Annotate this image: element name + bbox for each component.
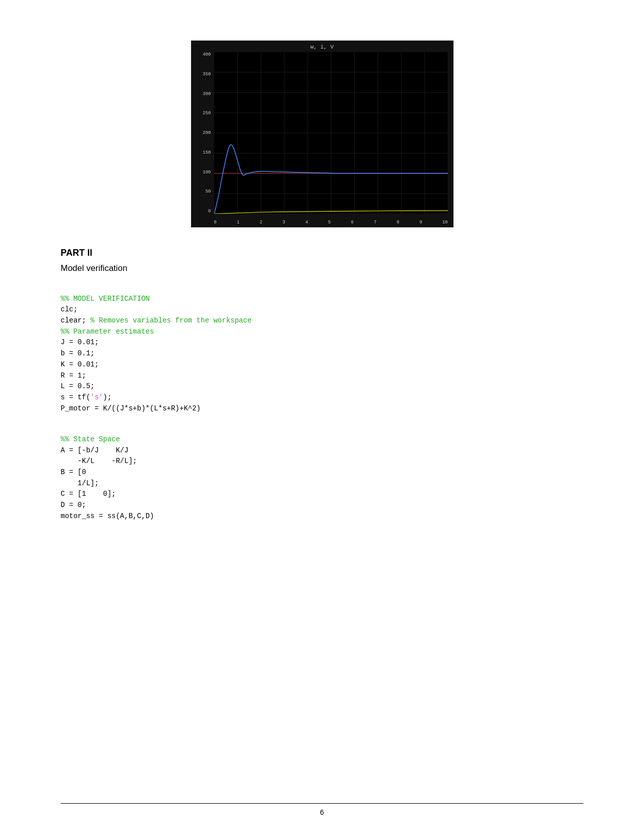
footer-divider — [61, 803, 583, 804]
code-J: J = 0.01; — [61, 338, 99, 346]
x-label-9: 9 — [419, 220, 422, 225]
code-comment-2: %% Parameter estimates — [61, 328, 154, 336]
code-clear-prefix: clear; — [61, 316, 90, 325]
code-section-1: %% MODEL VERIFICATION clc; clear; % Remo… — [61, 294, 583, 414]
x-label-2: 2 — [260, 220, 262, 225]
code-comment-3: %% State Space — [61, 435, 120, 443]
y-label-50: 50 — [206, 189, 213, 194]
y-label-0: 0 — [208, 209, 212, 214]
y-label-350: 350 — [203, 72, 212, 77]
chart-wrapper: w, i, V 400 350 300 250 200 150 100 50 0 — [191, 40, 454, 227]
y-label-400: 400 — [203, 52, 212, 57]
code-b: b = 0.1; — [61, 349, 94, 357]
y-label-250: 250 — [203, 111, 212, 116]
code-s-string: 's' — [90, 393, 103, 401]
code-D: D = 0; — [61, 501, 86, 509]
x-label-0: 0 — [214, 220, 217, 225]
chart-container: w, i, V 400 350 300 250 200 150 100 50 0 — [61, 40, 583, 227]
code-pmotor: P_motor = K/((J*s+b)*(L*s+R)+K^2) — [61, 404, 201, 412]
y-label-200: 200 — [203, 130, 212, 135]
x-label-3: 3 — [282, 220, 285, 225]
code-block: %% MODEL VERIFICATION clc; clear; % Remo… — [61, 283, 583, 553]
code-R: R = 1; — [61, 372, 86, 380]
section-subtitle: Model verification — [61, 263, 583, 273]
code-section-2: %% State Space A = [-b/J K/J -K/L -R/L];… — [61, 434, 583, 522]
code-comment-1: %% MODEL VERIFICATION — [61, 295, 150, 303]
x-axis-labels: 0 1 2 3 4 5 6 7 8 9 10 — [214, 220, 448, 225]
code-K: K = 0.01; — [61, 360, 99, 368]
part-heading: PART II — [61, 248, 583, 258]
x-label-10: 10 — [442, 220, 448, 225]
code-B1: B = [0 — [61, 468, 86, 476]
code-s-prefix: s = tf( — [61, 393, 90, 401]
x-label-8: 8 — [397, 220, 399, 225]
code-A1: A = [-b/J K/J — [61, 446, 128, 454]
page: w, i, V 400 350 300 250 200 150 100 50 0 — [0, 0, 644, 834]
code-s-suffix: ); — [103, 393, 112, 401]
code-B2: 1/L]; — [61, 479, 99, 487]
chart-plot-area — [214, 52, 448, 214]
code-clc: clc; — [61, 305, 78, 313]
y-axis-labels: 400 350 300 250 200 150 100 50 0 — [191, 52, 213, 214]
page-number: 6 — [0, 808, 644, 816]
code-L: L = 0.5; — [61, 382, 94, 390]
y-label-150: 150 — [203, 150, 212, 155]
y-label-100: 100 — [203, 170, 212, 175]
code-C: C = [1 0]; — [61, 490, 116, 498]
code-A2: -K/L -R/L]; — [61, 457, 137, 465]
x-label-6: 6 — [351, 220, 354, 225]
x-label-7: 7 — [374, 220, 376, 225]
code-motor-ss: motor_ss = ss(A,B,C,D) — [61, 512, 154, 520]
x-label-1: 1 — [237, 220, 239, 225]
y-label-300: 300 — [203, 91, 212, 97]
chart-title: w, i, V — [191, 44, 453, 50]
chart-svg — [214, 52, 448, 214]
x-label-5: 5 — [328, 220, 331, 225]
x-label-4: 4 — [305, 220, 308, 225]
code-comment-clear: % Removes variables from the workspace — [90, 316, 252, 325]
